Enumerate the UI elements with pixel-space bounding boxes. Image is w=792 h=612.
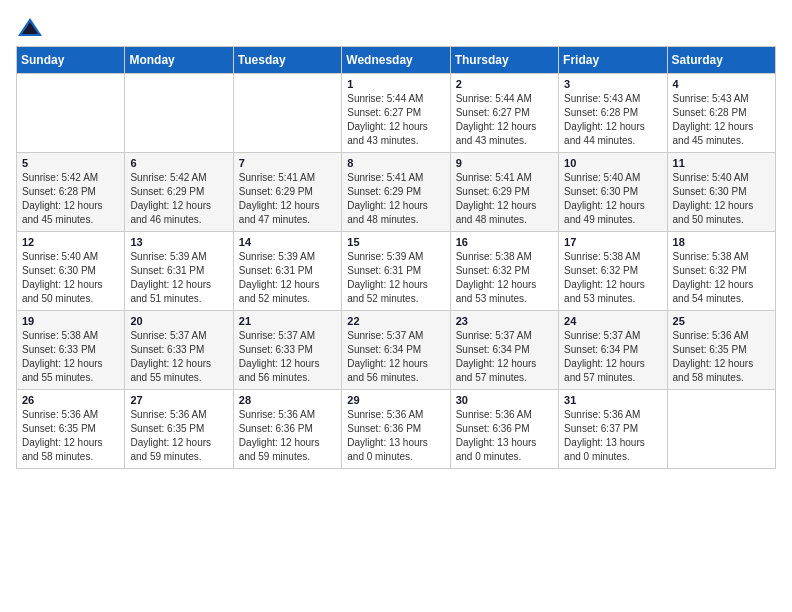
day-number: 3 [564,78,661,90]
calendar-cell: 20Sunrise: 5:37 AM Sunset: 6:33 PM Dayli… [125,311,233,390]
calendar-cell: 23Sunrise: 5:37 AM Sunset: 6:34 PM Dayli… [450,311,558,390]
day-number: 21 [239,315,336,327]
calendar-cell: 8Sunrise: 5:41 AM Sunset: 6:29 PM Daylig… [342,153,450,232]
calendar-week-row: 12Sunrise: 5:40 AM Sunset: 6:30 PM Dayli… [17,232,776,311]
day-number: 7 [239,157,336,169]
calendar-cell: 12Sunrise: 5:40 AM Sunset: 6:30 PM Dayli… [17,232,125,311]
calendar-cell: 9Sunrise: 5:41 AM Sunset: 6:29 PM Daylig… [450,153,558,232]
logo-icon [16,16,44,38]
calendar-week-row: 26Sunrise: 5:36 AM Sunset: 6:35 PM Dayli… [17,390,776,469]
calendar-cell: 10Sunrise: 5:40 AM Sunset: 6:30 PM Dayli… [559,153,667,232]
day-info: Sunrise: 5:36 AM Sunset: 6:35 PM Dayligh… [130,408,227,464]
calendar-cell: 11Sunrise: 5:40 AM Sunset: 6:30 PM Dayli… [667,153,775,232]
day-number: 8 [347,157,444,169]
calendar-cell: 5Sunrise: 5:42 AM Sunset: 6:28 PM Daylig… [17,153,125,232]
calendar-cell: 16Sunrise: 5:38 AM Sunset: 6:32 PM Dayli… [450,232,558,311]
day-info: Sunrise: 5:36 AM Sunset: 6:35 PM Dayligh… [22,408,119,464]
day-info: Sunrise: 5:42 AM Sunset: 6:29 PM Dayligh… [130,171,227,227]
calendar-cell: 13Sunrise: 5:39 AM Sunset: 6:31 PM Dayli… [125,232,233,311]
day-info: Sunrise: 5:37 AM Sunset: 6:34 PM Dayligh… [564,329,661,385]
day-of-week-header: Monday [125,47,233,74]
day-number: 24 [564,315,661,327]
calendar-cell: 15Sunrise: 5:39 AM Sunset: 6:31 PM Dayli… [342,232,450,311]
day-number: 17 [564,236,661,248]
day-number: 14 [239,236,336,248]
day-info: Sunrise: 5:36 AM Sunset: 6:36 PM Dayligh… [347,408,444,464]
day-info: Sunrise: 5:39 AM Sunset: 6:31 PM Dayligh… [130,250,227,306]
logo [16,16,48,38]
calendar-cell: 29Sunrise: 5:36 AM Sunset: 6:36 PM Dayli… [342,390,450,469]
day-number: 20 [130,315,227,327]
calendar-cell: 19Sunrise: 5:38 AM Sunset: 6:33 PM Dayli… [17,311,125,390]
day-number: 26 [22,394,119,406]
calendar-cell: 2Sunrise: 5:44 AM Sunset: 6:27 PM Daylig… [450,74,558,153]
calendar-cell [125,74,233,153]
day-info: Sunrise: 5:37 AM Sunset: 6:33 PM Dayligh… [239,329,336,385]
calendar-cell: 3Sunrise: 5:43 AM Sunset: 6:28 PM Daylig… [559,74,667,153]
day-info: Sunrise: 5:40 AM Sunset: 6:30 PM Dayligh… [673,171,770,227]
calendar-cell: 4Sunrise: 5:43 AM Sunset: 6:28 PM Daylig… [667,74,775,153]
day-number: 2 [456,78,553,90]
day-info: Sunrise: 5:41 AM Sunset: 6:29 PM Dayligh… [239,171,336,227]
day-number: 12 [22,236,119,248]
day-of-week-header: Sunday [17,47,125,74]
day-of-week-header: Wednesday [342,47,450,74]
calendar-cell: 28Sunrise: 5:36 AM Sunset: 6:36 PM Dayli… [233,390,341,469]
day-number: 29 [347,394,444,406]
day-number: 25 [673,315,770,327]
calendar-cell: 17Sunrise: 5:38 AM Sunset: 6:32 PM Dayli… [559,232,667,311]
calendar-cell [667,390,775,469]
day-number: 30 [456,394,553,406]
calendar-cell: 30Sunrise: 5:36 AM Sunset: 6:36 PM Dayli… [450,390,558,469]
day-info: Sunrise: 5:39 AM Sunset: 6:31 PM Dayligh… [239,250,336,306]
day-number: 23 [456,315,553,327]
day-info: Sunrise: 5:38 AM Sunset: 6:32 PM Dayligh… [564,250,661,306]
day-info: Sunrise: 5:37 AM Sunset: 6:34 PM Dayligh… [347,329,444,385]
calendar-cell: 18Sunrise: 5:38 AM Sunset: 6:32 PM Dayli… [667,232,775,311]
day-info: Sunrise: 5:40 AM Sunset: 6:30 PM Dayligh… [22,250,119,306]
calendar-table: SundayMondayTuesdayWednesdayThursdayFrid… [16,46,776,469]
calendar-cell: 1Sunrise: 5:44 AM Sunset: 6:27 PM Daylig… [342,74,450,153]
day-info: Sunrise: 5:37 AM Sunset: 6:33 PM Dayligh… [130,329,227,385]
calendar-week-row: 5Sunrise: 5:42 AM Sunset: 6:28 PM Daylig… [17,153,776,232]
day-info: Sunrise: 5:36 AM Sunset: 6:36 PM Dayligh… [456,408,553,464]
calendar-cell [233,74,341,153]
day-of-week-header: Friday [559,47,667,74]
calendar-week-row: 19Sunrise: 5:38 AM Sunset: 6:33 PM Dayli… [17,311,776,390]
calendar-cell: 22Sunrise: 5:37 AM Sunset: 6:34 PM Dayli… [342,311,450,390]
day-number: 22 [347,315,444,327]
day-number: 16 [456,236,553,248]
day-info: Sunrise: 5:36 AM Sunset: 6:35 PM Dayligh… [673,329,770,385]
calendar-cell: 6Sunrise: 5:42 AM Sunset: 6:29 PM Daylig… [125,153,233,232]
calendar-cell: 14Sunrise: 5:39 AM Sunset: 6:31 PM Dayli… [233,232,341,311]
day-number: 31 [564,394,661,406]
day-of-week-header: Thursday [450,47,558,74]
calendar-cell: 31Sunrise: 5:36 AM Sunset: 6:37 PM Dayli… [559,390,667,469]
day-info: Sunrise: 5:42 AM Sunset: 6:28 PM Dayligh… [22,171,119,227]
day-number: 18 [673,236,770,248]
day-info: Sunrise: 5:38 AM Sunset: 6:32 PM Dayligh… [456,250,553,306]
day-number: 28 [239,394,336,406]
calendar-cell: 7Sunrise: 5:41 AM Sunset: 6:29 PM Daylig… [233,153,341,232]
calendar-header-row: SundayMondayTuesdayWednesdayThursdayFrid… [17,47,776,74]
day-info: Sunrise: 5:43 AM Sunset: 6:28 PM Dayligh… [564,92,661,148]
page-header [16,16,776,38]
day-number: 15 [347,236,444,248]
day-number: 9 [456,157,553,169]
day-of-week-header: Saturday [667,47,775,74]
day-number: 5 [22,157,119,169]
day-number: 11 [673,157,770,169]
calendar-cell: 27Sunrise: 5:36 AM Sunset: 6:35 PM Dayli… [125,390,233,469]
day-info: Sunrise: 5:41 AM Sunset: 6:29 PM Dayligh… [456,171,553,227]
calendar-cell [17,74,125,153]
day-number: 6 [130,157,227,169]
calendar-cell: 21Sunrise: 5:37 AM Sunset: 6:33 PM Dayli… [233,311,341,390]
calendar-cell: 25Sunrise: 5:36 AM Sunset: 6:35 PM Dayli… [667,311,775,390]
day-info: Sunrise: 5:43 AM Sunset: 6:28 PM Dayligh… [673,92,770,148]
day-info: Sunrise: 5:39 AM Sunset: 6:31 PM Dayligh… [347,250,444,306]
day-info: Sunrise: 5:44 AM Sunset: 6:27 PM Dayligh… [456,92,553,148]
day-info: Sunrise: 5:41 AM Sunset: 6:29 PM Dayligh… [347,171,444,227]
day-info: Sunrise: 5:44 AM Sunset: 6:27 PM Dayligh… [347,92,444,148]
day-info: Sunrise: 5:38 AM Sunset: 6:33 PM Dayligh… [22,329,119,385]
day-info: Sunrise: 5:36 AM Sunset: 6:36 PM Dayligh… [239,408,336,464]
